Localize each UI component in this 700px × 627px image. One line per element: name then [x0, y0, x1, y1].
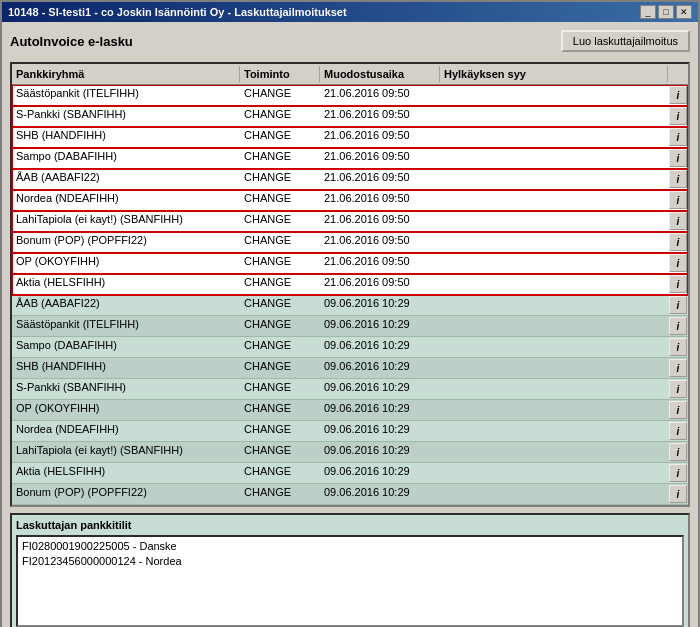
cell-bank: ÅAB (AABAFI22): [12, 169, 240, 189]
info-button[interactable]: i: [669, 86, 687, 104]
close-window-button[interactable]: ✕: [676, 5, 692, 19]
cell-time: 21.06.2016 09:50: [320, 232, 440, 252]
table-row[interactable]: Sampo (DABAFIHH)CHANGE09.06.2016 10:29i: [12, 337, 688, 358]
info-button[interactable]: i: [669, 296, 687, 314]
cell-action: CHANGE: [240, 316, 320, 336]
info-button[interactable]: i: [669, 443, 687, 461]
cell-action: CHANGE: [240, 106, 320, 126]
bottom-panel-label: Laskuttajan pankkitilit: [16, 519, 684, 531]
cell-bank: LahiTapiola (ei kayt!) (SBANFIHH): [12, 211, 240, 231]
table-row[interactable]: OP (OKOYFIHH)CHANGE21.06.2016 09:50i: [12, 253, 688, 274]
cell-action: CHANGE: [240, 190, 320, 210]
cell-bank: Aktia (HELSFIHH): [12, 274, 240, 294]
cell-info: i: [668, 463, 688, 483]
info-button[interactable]: i: [669, 212, 687, 230]
table-row[interactable]: Bonum (POP) (POPFFI22)CHANGE21.06.2016 0…: [12, 232, 688, 253]
cell-reason: [440, 484, 668, 504]
table-row[interactable]: ÅAB (AABAFI22)CHANGE21.06.2016 09:50i: [12, 169, 688, 190]
cell-reason: [440, 127, 668, 147]
info-button[interactable]: i: [669, 233, 687, 251]
info-button[interactable]: i: [669, 317, 687, 335]
info-button[interactable]: i: [669, 254, 687, 272]
bank-accounts-list: FI0280001900225005 - DanskeFI20123456000…: [16, 535, 684, 627]
info-button[interactable]: i: [669, 485, 687, 503]
cell-action: CHANGE: [240, 337, 320, 357]
cell-time: 09.06.2016 10:29: [320, 316, 440, 336]
cell-info: i: [668, 337, 688, 357]
cell-reason: [440, 442, 668, 462]
cell-info: i: [668, 190, 688, 210]
cell-time: 09.06.2016 10:29: [320, 400, 440, 420]
cell-info: i: [668, 316, 688, 336]
table-row[interactable]: S-Pankki (SBANFIHH)CHANGE09.06.2016 10:2…: [12, 379, 688, 400]
info-button[interactable]: i: [669, 422, 687, 440]
col-header-action: Toiminto: [240, 66, 320, 82]
cell-time: 21.06.2016 09:50: [320, 169, 440, 189]
table-row[interactable]: Bonum (POP) (POPFFI22)CHANGE09.06.2016 1…: [12, 484, 688, 505]
bank-account-entry: FI20123456000000124 - Nordea: [20, 554, 680, 568]
info-button[interactable]: i: [669, 170, 687, 188]
info-button[interactable]: i: [669, 275, 687, 293]
table-row[interactable]: Aktia (HELSFIHH)CHANGE09.06.2016 10:29i: [12, 463, 688, 484]
cell-action: CHANGE: [240, 463, 320, 483]
info-button[interactable]: i: [669, 401, 687, 419]
info-button[interactable]: i: [669, 359, 687, 377]
table-row[interactable]: ÅAB (AABAFI22)CHANGE09.06.2016 10:29i: [12, 295, 688, 316]
cell-reason: [440, 232, 668, 252]
cell-reason: [440, 106, 668, 126]
table-header: Pankkiryhmä Toiminto Muodostusaika Hylkä…: [12, 64, 688, 85]
minimize-button[interactable]: _: [640, 5, 656, 19]
cell-reason: [440, 337, 668, 357]
info-button[interactable]: i: [669, 128, 687, 146]
table-row[interactable]: S-Pankki (SBANFIHH)CHANGE21.06.2016 09:5…: [12, 106, 688, 127]
cell-bank: SHB (HANDFIHH): [12, 127, 240, 147]
cell-bank: Sampo (DABAFIHH): [12, 337, 240, 357]
cell-info: i: [668, 484, 688, 504]
cell-time: 09.06.2016 10:29: [320, 337, 440, 357]
info-button[interactable]: i: [669, 338, 687, 356]
table-row[interactable]: SHB (HANDFIHH)CHANGE21.06.2016 09:50i: [12, 127, 688, 148]
cell-bank: Sampo (DABAFIHH): [12, 148, 240, 168]
cell-info: i: [668, 442, 688, 462]
cell-time: 21.06.2016 09:50: [320, 190, 440, 210]
cell-info: i: [668, 169, 688, 189]
cell-reason: [440, 421, 668, 441]
cell-reason: [440, 169, 668, 189]
create-invoice-button[interactable]: Luo laskuttajailmoitus: [561, 30, 690, 52]
table-row[interactable]: LahiTapiola (ei kayt!) (SBANFIHH)CHANGE2…: [12, 211, 688, 232]
table-row[interactable]: Nordea (NDEAFIHH)CHANGE21.06.2016 09:50i: [12, 190, 688, 211]
col-header-reason: Hylkäyksen syy: [440, 66, 668, 82]
cell-reason: [440, 190, 668, 210]
cell-info: i: [668, 421, 688, 441]
info-button[interactable]: i: [669, 149, 687, 167]
cell-bank: LahiTapiola (ei kayt!) (SBANFIHH): [12, 442, 240, 462]
col-header-time: Muodostusaika: [320, 66, 440, 82]
form-title: AutoInvoice e-lasku: [10, 34, 133, 49]
cell-action: CHANGE: [240, 232, 320, 252]
cell-action: CHANGE: [240, 295, 320, 315]
cell-info: i: [668, 106, 688, 126]
table-row[interactable]: Nordea (NDEAFIHH)CHANGE09.06.2016 10:29i: [12, 421, 688, 442]
cell-info: i: [668, 148, 688, 168]
info-button[interactable]: i: [669, 107, 687, 125]
cell-reason: [440, 85, 668, 105]
cell-reason: [440, 379, 668, 399]
table-row[interactable]: OP (OKOYFIHH)CHANGE09.06.2016 10:29i: [12, 400, 688, 421]
table-row[interactable]: Sampo (DABAFIHH)CHANGE21.06.2016 09:50i: [12, 148, 688, 169]
cell-reason: [440, 253, 668, 273]
cell-info: i: [668, 379, 688, 399]
info-button[interactable]: i: [669, 191, 687, 209]
cell-time: 09.06.2016 10:29: [320, 421, 440, 441]
maximize-button[interactable]: □: [658, 5, 674, 19]
info-button[interactable]: i: [669, 380, 687, 398]
cell-reason: [440, 463, 668, 483]
cell-time: 21.06.2016 09:50: [320, 274, 440, 294]
table-row[interactable]: Säästöpankit (ITELFIHH)CHANGE21.06.2016 …: [12, 85, 688, 106]
cell-info: i: [668, 211, 688, 231]
table-row[interactable]: SHB (HANDFIHH)CHANGE09.06.2016 10:29i: [12, 358, 688, 379]
info-button[interactable]: i: [669, 464, 687, 482]
table-row[interactable]: Aktia (HELSFIHH)CHANGE21.06.2016 09:50i: [12, 274, 688, 295]
table-row[interactable]: Säästöpankit (ITELFIHH)CHANGE09.06.2016 …: [12, 316, 688, 337]
table-row[interactable]: LahiTapiola (ei kayt!) (SBANFIHH)CHANGE0…: [12, 442, 688, 463]
cell-action: CHANGE: [240, 211, 320, 231]
